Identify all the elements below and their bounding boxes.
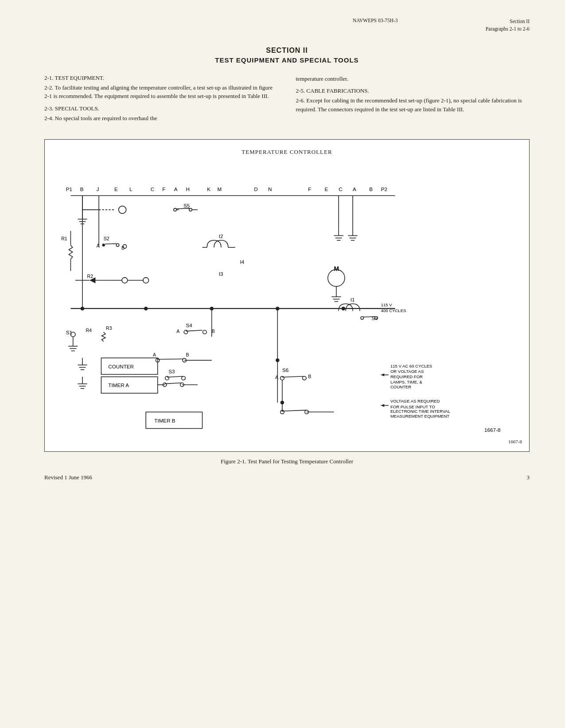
svg-text:C: C [151,186,154,192]
revised-label: Revised 1 June 1966 [44,474,92,481]
figure-caption: Figure 2-1. Test Panel for Testing Tempe… [44,458,530,465]
para-2-2: 2-2. To facilitate testing and aligning … [44,83,278,101]
svg-line-82 [186,330,202,331]
svg-text:R1: R1 [61,236,67,241]
svg-point-53 [122,278,128,283]
header-section-info: Section II Paragraphs 2-1 to 2-6 [486,18,530,33]
svg-text:R3: R3 [106,325,112,331]
svg-point-59 [144,307,148,310]
svg-text:A: A [275,375,279,380]
svg-text:P2: P2 [381,186,387,192]
svg-point-67 [361,317,363,319]
svg-text:S5: S5 [183,203,190,208]
svg-text:M: M [334,266,339,272]
svg-point-40 [189,208,192,211]
svg-point-32 [102,243,105,246]
svg-text:F: F [308,186,311,192]
svg-text:C: C [339,186,342,192]
svg-point-62 [342,307,345,310]
svg-text:R4: R4 [86,328,92,333]
page-footer: Revised 1 June 1966 3 [44,474,530,481]
section-label: Section II [486,18,530,25]
svg-line-104 [167,376,183,377]
para-2-6: 2-6. Except for cabling in the recommend… [296,96,530,114]
svg-text:400 CYCLES: 400 CYCLES [381,308,406,313]
para-2-3-title: 2-3. SPECIAL TOOLS. [44,105,278,112]
svg-text:MEASUREMENT EQUIPMENT: MEASUREMENT EQUIPMENT [390,414,449,419]
svg-text:B: B [80,186,84,192]
section-title-2: TEST EQUIPMENT AND SPECIAL TOOLS [44,56,530,64]
svg-text:COUNTER: COUNTER [108,364,134,369]
svg-line-69 [363,317,375,317]
svg-text:FOR PULSE INPUT TO: FOR PULSE INPUT TO [390,404,435,409]
svg-point-83 [203,330,207,334]
page-header: NAVWEPS 03-75H-3 Section II Paragraphs 2… [44,18,530,33]
svg-text:1667-8: 1667-8 [484,427,500,433]
svg-text:COUNTER: COUNTER [390,384,411,389]
svg-text:I4: I4 [240,259,244,265]
svg-text:M: M [217,186,222,192]
circuit-svg: P1 B J E L C F A H K M D N F E C A B P2 [52,163,522,435]
svg-text:VOLTAGE AS REQUIRED: VOLTAGE AS REQUIRED [390,399,440,403]
svg-text:LAMPS, TIME, &: LAMPS, TIME, & [390,380,422,384]
para-2-4: 2-4. No special tools are required to ov… [44,114,278,123]
svg-text:P1: P1 [66,186,72,192]
circuit-diagram: P1 B J E L C F A H K M D N F E C A B P2 [52,163,522,437]
svg-text:A: A [353,186,356,192]
svg-line-134 [282,410,306,411]
svg-text:115 V AC 60 CYCLES: 115 V AC 60 CYCLES [390,364,432,368]
svg-text:E: E [114,186,118,192]
svg-point-26 [119,206,126,214]
svg-text:S2: S2 [104,236,109,241]
svg-text:R2: R2 [87,274,94,279]
svg-text:OR VOLTAGE AS: OR VOLTAGE AS [390,369,424,374]
paragraphs-label: Paragraphs 2-1 to 2-6 [486,25,530,33]
column-left: 2-1. TEST EQUIPMENT. 2-2. To facilitate … [44,74,278,127]
svg-marker-141 [381,404,384,407]
svg-text:A: A [176,329,180,334]
svg-text:L: L [129,186,132,192]
svg-text:REQUIRED FOR: REQUIRED FOR [390,374,423,379]
svg-text:B: B [212,329,215,334]
svg-text:S3: S3 [168,368,175,374]
svg-text:J: J [97,186,99,192]
doc-number-label: NAVWEPS 03-75H-3 [353,18,398,23]
content-columns: 2-1. TEST EQUIPMENT. 2-2. To facilitate … [44,74,530,127]
svg-text:K: K [207,186,210,192]
svg-text:I1: I1 [351,297,355,302]
svg-line-34 [105,243,116,244]
svg-point-122 [303,376,306,380]
section-title-1: SECTION II [44,47,530,55]
svg-point-56 [143,278,149,283]
svg-text:F: F [162,186,165,192]
svg-text:S6: S6 [282,367,288,373]
svg-text:115 V: 115 V [381,302,393,307]
section-title-block: SECTION II TEST EQUIPMENT AND SPECIAL TO… [44,47,530,64]
header-doc-number: NAVWEPS 03-75H-3 [265,18,486,23]
svg-marker-126 [381,373,384,376]
svg-text:E: E [324,186,328,192]
svg-text:D: D [254,186,257,192]
para-2-1-title: 2-1. TEST EQUIPMENT. [44,74,278,82]
para-2-4-continued: temperature controller. [296,74,530,83]
svg-text:N: N [268,186,272,192]
svg-point-105 [182,376,185,380]
diagram-figure-id: 1667-8 [52,439,522,444]
svg-text:ELECTRONIC TIME INTERVAL: ELECTRONIC TIME INTERVAL [390,409,450,414]
page-number: 3 [527,474,530,481]
diagram-title: TEMPERATURE CONTROLLER [52,149,522,156]
svg-text:S4: S4 [186,322,192,328]
svg-point-33 [116,243,119,246]
diagram-container: TEMPERATURE CONTROLLER P1 B J E L C F A … [44,139,530,452]
page: NAVWEPS 03-75H-3 Section II Paragraphs 2… [0,0,565,728]
para-2-5-title: 2-5. CABLE FABRICATIONS. [296,87,530,94]
svg-line-99 [158,359,183,359]
svg-text:I2: I2 [219,233,223,239]
svg-line-121 [282,376,304,377]
svg-text:B: B [186,352,189,357]
svg-text:H: H [186,186,189,192]
column-right: temperature controller. 2-5. CABLE FABRI… [296,74,530,127]
svg-line-41 [176,208,190,209]
svg-text:B: B [369,186,373,192]
svg-line-110 [165,383,181,384]
